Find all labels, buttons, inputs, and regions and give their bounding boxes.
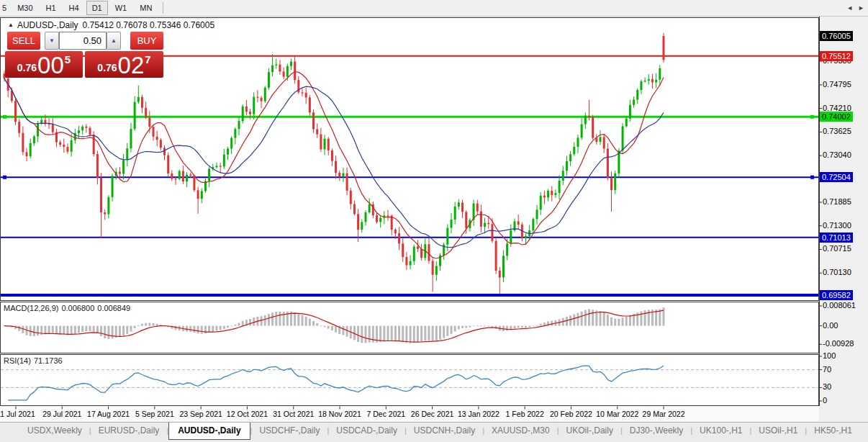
chart-title: ▲AUDUSD-,Daily0.75412 0.76078 0.75346 0.… xyxy=(8,20,214,30)
timeframe-toolbar: 5M30H1H4D1W1MN xyxy=(0,0,868,17)
buy-price-big-digits: 02 xyxy=(118,55,145,76)
date-axis-label: 29 Mar 2022 xyxy=(643,410,685,418)
price-axis-label: 0.70715 xyxy=(823,244,851,253)
price-axis-label: 0.73040 xyxy=(823,150,851,159)
sell-price-prefix: 0.76 xyxy=(17,62,37,73)
buy-price-prefix: 0.76 xyxy=(97,62,117,73)
sell-price-display[interactable]: 0.76 00 5 xyxy=(5,51,83,78)
price-level-badge: 0.72504 xyxy=(820,172,853,182)
price-level-badge: 0.76005 xyxy=(820,31,853,41)
tab-scroll-arrows: ◄ ► xyxy=(846,4,864,12)
timeframe-button-h4[interactable]: H4 xyxy=(63,1,85,15)
timeframe-button-d1[interactable]: D1 xyxy=(86,1,108,15)
chart-tab-usoil[interactable]: USOil-,H1 xyxy=(751,423,805,440)
buy-price-display[interactable]: 0.76 02 7 xyxy=(85,51,163,78)
rsi-axis-label: 100 xyxy=(823,351,836,360)
chevron-up-icon: ▲ xyxy=(111,37,117,44)
price-axis-label: 0.74210 xyxy=(823,104,851,112)
chart-tabs: USDX,Weekly|EURUSD-,Daily|AUDUSD-,Daily|… xyxy=(20,423,859,440)
date-axis-label: 5 Sep 2021 xyxy=(135,410,174,418)
date-axis-label: 11 Jul 2021 xyxy=(0,410,35,418)
volume-input[interactable] xyxy=(59,32,107,50)
chart-symbol-label: AUDUSD-,Daily xyxy=(17,20,78,30)
buy-price-pip-digit: 7 xyxy=(145,53,150,66)
timeframe-button-mn[interactable]: MN xyxy=(134,1,158,15)
tab-scroll-left-icon[interactable]: ◄ xyxy=(846,4,853,12)
rsi-name: RSI(14) xyxy=(4,356,31,365)
timeframe-button-h1[interactable]: H1 xyxy=(40,1,62,15)
trading-platform-window: 5M30H1H4D1W1MN ▲AUDUSD-,Daily0.75412 0.7… xyxy=(0,0,868,442)
chart-tab-xauusd[interactable]: XAUUSD-,M30 xyxy=(484,423,557,440)
sell-button[interactable]: SELL xyxy=(7,32,40,50)
chart-tab-uk100[interactable]: UK100-,H1 xyxy=(692,423,749,440)
chart-tab-bar: USDX,Weekly|EURUSD-,Daily|AUDUSD-,Daily|… xyxy=(0,422,868,442)
price-axis-label: 0.73625 xyxy=(823,127,851,135)
chart-tab-usdcnh[interactable]: USDCNH-,Daily xyxy=(407,423,482,440)
buy-button[interactable]: BUY xyxy=(130,32,163,50)
macd-axis-label: -0.00928 xyxy=(823,339,854,348)
rsi-axis-label: 0 xyxy=(823,396,827,405)
chart-tab-audusd[interactable]: AUDUSD-,Daily xyxy=(168,423,250,440)
price-axis-label: 0.70130 xyxy=(823,268,851,276)
date-axis-label: 13 Jan 2022 xyxy=(458,410,499,418)
date-axis-label: 23 Sep 2021 xyxy=(179,410,222,418)
chart-tab-dj30[interactable]: DJ30-,Weekly xyxy=(623,423,690,440)
timeframe-button-w1[interactable]: W1 xyxy=(109,1,133,15)
chevron-down-icon: ▼ xyxy=(49,37,55,44)
macd-indicator-label: MACD(12,26,9)0.0068000.006849 xyxy=(4,304,133,312)
rsi-value: 71.1736 xyxy=(34,356,63,365)
date-axis-label: 26 Dec 2021 xyxy=(411,410,454,418)
volume-decrease-button[interactable]: ▼ xyxy=(45,32,59,50)
date-axis-label: 1 Feb 2022 xyxy=(506,410,544,418)
rsi-indicator-label: RSI(14)71.1736 xyxy=(4,356,65,365)
volume-increase-button[interactable]: ▲ xyxy=(107,32,121,50)
macd-axis-label: 0.00 xyxy=(823,321,838,330)
price-level-badge: 0.75512 xyxy=(820,51,853,61)
macd-name: MACD(12,26,9) xyxy=(4,304,58,312)
date-axis-label: 7 Dec 2021 xyxy=(366,410,405,418)
date-axis-label: 29 Jul 2021 xyxy=(42,410,81,418)
timeframe-button-m30[interactable]: M30 xyxy=(12,1,38,15)
macd-main-value: 0.006800 xyxy=(61,304,94,312)
chart-tab-eurusd[interactable]: EURUSD-,Daily xyxy=(91,423,167,440)
price-axis-label: 0.71300 xyxy=(823,221,851,230)
price-axis-label: 0.74795 xyxy=(823,80,851,89)
date-axis-label: 18 Nov 2021 xyxy=(318,410,361,418)
date-axis-label: 31 Oct 2021 xyxy=(273,410,314,418)
price-level-badge: 0.74002 xyxy=(820,112,853,122)
date-axis-label: 10 Mar 2022 xyxy=(596,410,638,418)
one-click-trading-panel: SELL ▼ ▲ BUY 0.76 00 5 0.76 02 7 xyxy=(5,32,164,78)
chart-tab-hk50[interactable]: HK50-,H1 xyxy=(807,423,859,440)
tab-scroll-right-icon[interactable]: ► xyxy=(858,4,864,12)
toolbar-separator xyxy=(163,2,163,14)
collapse-arrow-icon[interactable]: ▲ xyxy=(8,22,14,28)
chart-tab-usdx[interactable]: USDX,Weekly xyxy=(20,423,89,440)
rsi-axis-label: 70 xyxy=(823,365,831,374)
sell-price-pip-digit: 5 xyxy=(65,53,71,66)
macd-signal-value: 0.006849 xyxy=(97,304,130,312)
date-axis-label: 12 Oct 2021 xyxy=(227,410,268,418)
price-axis-label: 0.71885 xyxy=(823,197,851,206)
macd-axis-label: 0.008061 xyxy=(823,301,856,310)
chart-ohlc-values: 0.75412 0.76078 0.75346 0.76005 xyxy=(83,20,215,30)
chart-tab-usdchf[interactable]: USDCHF-,Daily xyxy=(252,423,327,440)
timeframe-button-5[interactable]: 5 xyxy=(1,1,10,15)
price-level-badge: 0.71013 xyxy=(820,233,853,243)
price-level-badge: 0.69582 xyxy=(820,290,853,300)
sell-price-big-digits: 00 xyxy=(37,55,64,76)
chart-tab-ukoil[interactable]: UKOil-,Daily xyxy=(559,423,620,440)
date-axis-label: 20 Feb 2022 xyxy=(550,410,592,418)
rsi-axis-label: 30 xyxy=(823,382,831,391)
chart-tab-usdcad[interactable]: USDCAD-,Daily xyxy=(329,423,404,440)
date-axis-label: 17 Aug 2021 xyxy=(87,410,130,418)
